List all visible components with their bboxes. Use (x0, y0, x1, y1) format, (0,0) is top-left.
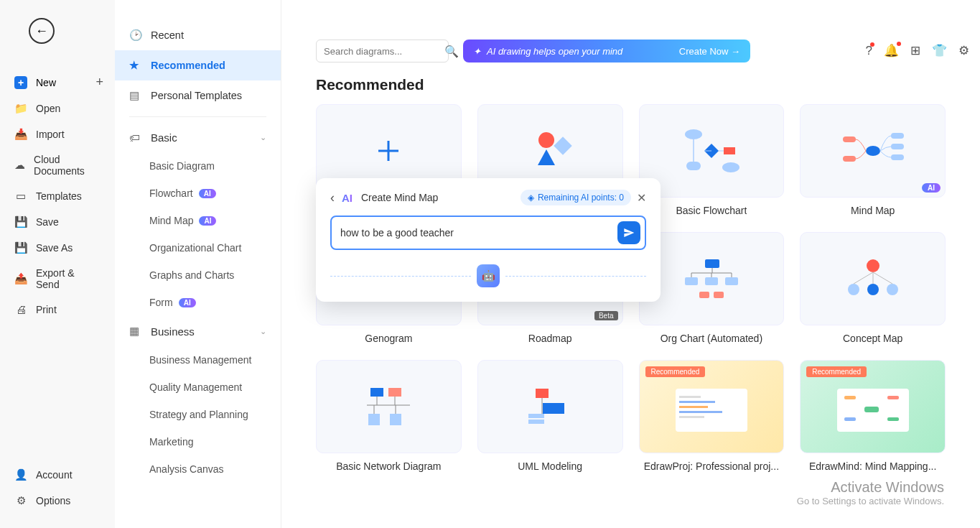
card-network[interactable]: Basic Network Diagram (316, 360, 462, 472)
cat-form[interactable]: FormAI (115, 289, 281, 316)
save-as-icon: 💾 (14, 241, 27, 254)
new-label: New (36, 77, 56, 88)
rail-export[interactable]: 📤Export & Send (0, 261, 115, 297)
svg-rect-67 (679, 396, 701, 398)
svg-rect-52 (370, 388, 383, 397)
cat-mindmap[interactable]: Mind MapAI (115, 207, 281, 234)
svg-rect-75 (844, 417, 856, 421)
rail-import[interactable]: 📥Import (0, 121, 115, 147)
cat-recommended[interactable]: ★Recommended (115, 50, 281, 80)
modal-close-button[interactable]: ✕ (637, 191, 646, 205)
modal-input-row (330, 216, 646, 250)
svg-rect-36 (705, 277, 718, 285)
modal-back-button[interactable]: ‹ (330, 190, 335, 205)
rail-account[interactable]: 👤Account (0, 462, 115, 488)
search-box[interactable]: 🔍 (316, 40, 449, 62)
create-now-button[interactable]: Create Now → (679, 46, 740, 57)
svg-rect-70 (679, 411, 722, 413)
rail-options[interactable]: ⚙Options (0, 488, 115, 514)
cat-group-business[interactable]: ▦Business ⌄ (115, 316, 281, 346)
banner-text: AI drawing helps open your mind (487, 46, 622, 57)
back-button[interactable]: ← (29, 18, 55, 44)
shirt-icon[interactable]: 👕 (932, 43, 947, 58)
svg-rect-6 (686, 162, 701, 170)
rail-open[interactable]: 📁Open (0, 96, 115, 121)
svg-rect-18 (843, 156, 856, 162)
rail-templates[interactable]: ▭Templates (0, 183, 115, 209)
cat-recent[interactable]: 🕑Recent (115, 20, 281, 50)
plus-icon[interactable]: + (95, 75, 103, 90)
new-icon: + (14, 76, 27, 89)
rail-cloud[interactable]: ☁Cloud Documents (0, 147, 115, 183)
user-icon: 👤 (14, 468, 27, 481)
card-uml[interactable]: UML Modeling (477, 360, 623, 472)
divider (129, 116, 266, 117)
points-icon: ◈ (528, 193, 534, 203)
svg-rect-15 (891, 144, 904, 149)
ai-badge: AI (199, 189, 216, 198)
ai-badge: AI (199, 216, 216, 226)
rail-new[interactable]: + New + (0, 69, 115, 96)
svg-rect-73 (864, 407, 879, 412)
card-mind-map[interactable]: AI Mind Map (800, 104, 946, 216)
cat-group-basic[interactable]: 🏷Basic ⌄ (115, 123, 281, 152)
svg-rect-62 (543, 403, 564, 414)
svg-rect-64 (528, 420, 544, 424)
rail-save-as[interactable]: 💾Save As (0, 235, 115, 261)
send-button[interactable] (617, 221, 640, 244)
bell-icon[interactable]: 🔔 (884, 43, 899, 58)
cat-basic-diagram[interactable]: Basic Diagram (115, 152, 281, 180)
ai-points-badge[interactable]: ◈ Remaining AI points: 0 (521, 190, 631, 205)
ai-tag: AI (922, 183, 941, 193)
template-icon: ▤ (129, 89, 142, 102)
cat-bizmgmt[interactable]: Business Management (115, 346, 281, 374)
cat-personal[interactable]: ▤Personal Templates (115, 80, 281, 111)
svg-point-13 (866, 146, 880, 156)
star-icon: ★ (129, 59, 142, 72)
svg-point-48 (887, 284, 898, 295)
search-icon[interactable]: 🔍 (444, 45, 459, 58)
card-edrawproj[interactable]: Recommended EdrawProj: Professional proj… (639, 360, 785, 472)
settings-icon[interactable]: ⚙ (958, 43, 969, 58)
folder-icon: 📁 (14, 102, 27, 115)
ai-prompt-input[interactable] (340, 227, 617, 238)
svg-rect-35 (685, 277, 698, 285)
svg-rect-76 (887, 396, 899, 399)
cat-analysis[interactable]: Analysis Canvas (115, 455, 281, 483)
svg-rect-8 (724, 147, 735, 154)
rail-save[interactable]: 💾Save (0, 209, 115, 235)
svg-point-2 (538, 132, 554, 148)
card-concept-map[interactable]: Concept Map (800, 232, 946, 344)
chevron-down-icon: ⌄ (260, 133, 266, 142)
svg-line-51 (873, 272, 892, 284)
ai-banner[interactable]: ✦ AI drawing helps open your mind Create… (463, 40, 750, 62)
cat-flowchart[interactable]: FlowchartAI (115, 180, 281, 207)
search-input[interactable] (324, 46, 444, 57)
apps-icon[interactable]: ⊞ (910, 43, 920, 58)
cat-orgchart[interactable]: Organizational Chart (115, 234, 281, 261)
ai-modal: ‹ AI Create Mind Map ◈ Remaining AI poin… (316, 178, 661, 302)
svg-rect-77 (887, 417, 899, 421)
svg-rect-14 (891, 133, 904, 139)
bot-icon: 🤖 (477, 264, 500, 287)
svg-rect-74 (844, 396, 856, 399)
clock-icon: 🕑 (129, 29, 142, 42)
svg-rect-69 (679, 406, 708, 408)
svg-point-9 (722, 162, 739, 172)
svg-rect-39 (714, 292, 724, 298)
print-icon: 🖨 (14, 303, 27, 315)
rail-print[interactable]: 🖨Print (0, 297, 115, 322)
ai-icon: AI (342, 192, 353, 204)
recommended-tag: Recommended (806, 366, 867, 377)
help-icon[interactable]: ? (866, 44, 872, 58)
card-edrawmind[interactable]: Recommended EdrawMind: Mind Mapping... (800, 360, 946, 472)
cat-quality[interactable]: Quality Management (115, 374, 281, 401)
svg-rect-61 (536, 389, 549, 398)
svg-point-46 (848, 284, 859, 295)
gear-icon: ⚙ (14, 494, 27, 507)
cat-marketing[interactable]: Marketing (115, 428, 281, 455)
cat-graphs[interactable]: Graphs and Charts (115, 261, 281, 289)
cat-strategy[interactable]: Strategy and Planning (115, 401, 281, 428)
svg-point-5 (685, 129, 702, 139)
save-icon: 💾 (14, 216, 27, 228)
